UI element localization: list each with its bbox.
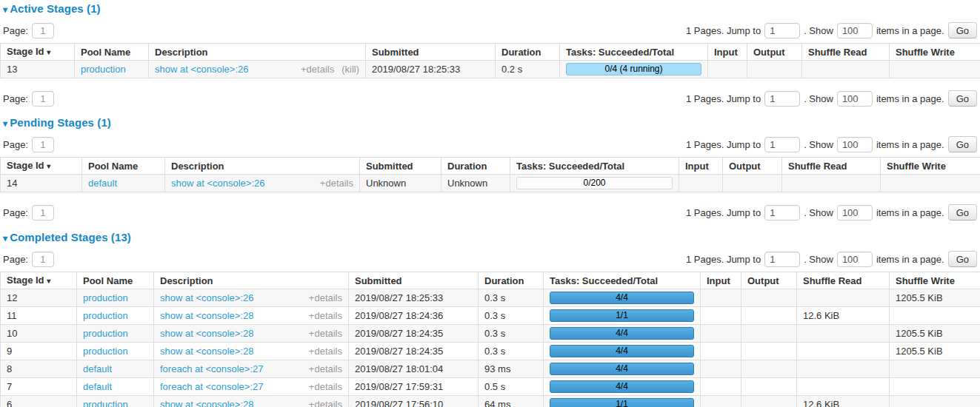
pending-stages-heading[interactable]: ▾Pending Stages (1) bbox=[3, 116, 980, 129]
show-count-input[interactable] bbox=[837, 205, 873, 221]
description-wrap: show at <console>:28+details bbox=[160, 346, 342, 357]
description-link[interactable]: foreach at <console>:27 bbox=[160, 381, 264, 392]
details-link[interactable]: +details bbox=[320, 178, 353, 189]
details-link[interactable]: +details bbox=[309, 363, 342, 374]
pool-name-link[interactable]: default bbox=[83, 363, 112, 374]
sort-desc-icon: ▾ bbox=[47, 48, 50, 56]
tasks-cell: 4/4 bbox=[544, 360, 701, 378]
section-title-text: Pending Stages (1) bbox=[10, 116, 111, 129]
show-count-input[interactable] bbox=[837, 91, 873, 107]
column-header-output[interactable]: Output bbox=[747, 44, 802, 61]
column-header-duration[interactable]: Duration bbox=[496, 44, 560, 61]
pool-name-link[interactable]: production bbox=[81, 64, 126, 75]
column-header-tasks-succeeded-total[interactable]: Tasks: Succeeded/Total bbox=[560, 44, 708, 61]
description-link[interactable]: show at <console>:28 bbox=[160, 328, 253, 339]
pool-name-link[interactable]: default bbox=[88, 178, 117, 189]
column-header-input[interactable]: Input bbox=[708, 44, 747, 61]
column-header-input[interactable]: Input bbox=[679, 158, 723, 175]
shuffle-read-cell bbox=[797, 378, 890, 396]
pool-name-link[interactable]: production bbox=[83, 292, 128, 303]
column-header-description[interactable]: Description bbox=[165, 158, 360, 175]
jump-to-input[interactable] bbox=[764, 252, 800, 267]
details-link[interactable]: +details bbox=[309, 381, 342, 392]
details-link[interactable]: +details bbox=[309, 310, 342, 321]
duration-cell: 0.3 s bbox=[479, 289, 544, 307]
pool-name-link[interactable]: production bbox=[83, 346, 128, 357]
show-count-input[interactable] bbox=[837, 23, 873, 38]
column-header-shuffle-write[interactable]: Shuffle Write bbox=[881, 158, 980, 175]
column-header-stage-id[interactable]: Stage Id ▾ bbox=[1, 44, 75, 61]
description-link[interactable]: show at <console>:28 bbox=[160, 310, 253, 321]
jump-to-input[interactable] bbox=[764, 205, 800, 221]
column-header-duration[interactable]: Duration bbox=[441, 158, 510, 175]
page-number-input[interactable] bbox=[32, 137, 54, 152]
column-header-stage-id[interactable]: Stage Id ▾ bbox=[1, 158, 82, 175]
column-header-tasks-succeeded-total[interactable]: Tasks: Succeeded/Total bbox=[544, 272, 701, 289]
column-header-pool-name[interactable]: Pool Name bbox=[82, 158, 165, 175]
description-cell: show at <console>:26+details(kill) bbox=[149, 61, 366, 78]
page-number-input[interactable] bbox=[32, 23, 54, 38]
jump-to-input[interactable] bbox=[764, 23, 800, 38]
details-link[interactable]: +details bbox=[309, 292, 342, 303]
description-link[interactable]: show at <console>:26 bbox=[171, 178, 264, 189]
jump-to-input[interactable] bbox=[764, 137, 800, 152]
column-header-shuffle-read[interactable]: Shuffle Read bbox=[802, 44, 890, 61]
go-button[interactable]: Go bbox=[948, 22, 977, 38]
go-button[interactable]: Go bbox=[948, 204, 977, 221]
output-cell bbox=[741, 325, 797, 343]
column-header-description[interactable]: Description bbox=[149, 44, 366, 61]
go-button[interactable]: Go bbox=[948, 90, 977, 107]
details-link[interactable]: +details bbox=[309, 328, 342, 339]
column-header-shuffle-read[interactable]: Shuffle Read bbox=[782, 158, 881, 175]
description-wrap: show at <console>:28+details bbox=[160, 399, 342, 407]
pool-name-link[interactable]: default bbox=[83, 381, 112, 392]
duration-cell: 64 ms bbox=[479, 396, 544, 407]
description-link[interactable]: show at <console>:26 bbox=[160, 292, 253, 303]
go-button[interactable]: Go bbox=[948, 251, 977, 267]
column-header-output[interactable]: Output bbox=[741, 272, 797, 289]
column-header-submitted[interactable]: Submitted bbox=[349, 272, 479, 289]
page-number-input[interactable] bbox=[32, 205, 54, 221]
kill-link[interactable]: (kill) bbox=[341, 64, 359, 75]
pool-name-link[interactable]: production bbox=[83, 328, 128, 339]
page-number-input[interactable] bbox=[32, 252, 54, 267]
description-link[interactable]: foreach at <console>:27 bbox=[160, 363, 264, 374]
details-link[interactable]: +details bbox=[309, 346, 342, 357]
column-header-shuffle-write[interactable]: Shuffle Write bbox=[890, 44, 980, 61]
column-header-duration[interactable]: Duration bbox=[479, 272, 544, 289]
description-cell: show at <console>:28+details bbox=[154, 396, 349, 407]
completed-stages-heading[interactable]: ▾Completed Stages (13) bbox=[3, 231, 980, 243]
details-link[interactable]: +details bbox=[301, 64, 334, 75]
active-stages-heading[interactable]: ▾Active Stages (1) bbox=[3, 0, 980, 15]
column-header-tasks-succeeded-total[interactable]: Tasks: Succeeded/Total bbox=[510, 158, 679, 175]
column-header-shuffle-read[interactable]: Shuffle Read bbox=[797, 272, 890, 289]
jump-to-input[interactable] bbox=[764, 91, 800, 107]
description-link[interactable]: show at <console>:28 bbox=[160, 346, 253, 357]
shuffle-read-cell bbox=[797, 325, 890, 343]
column-header-output[interactable]: Output bbox=[723, 158, 782, 175]
show-text: . Show bbox=[804, 93, 833, 104]
column-header-shuffle-write[interactable]: Shuffle Write bbox=[890, 272, 980, 289]
column-header-input[interactable]: Input bbox=[701, 272, 741, 289]
page-number-input[interactable] bbox=[32, 91, 54, 107]
show-count-input[interactable] bbox=[837, 252, 873, 267]
shuffle-write-cell bbox=[881, 175, 980, 192]
description-link[interactable]: show at <console>:26 bbox=[155, 64, 248, 75]
column-header-pool-name[interactable]: Pool Name bbox=[77, 272, 154, 289]
details-link[interactable]: +details bbox=[309, 399, 342, 407]
pool-name-link[interactable]: production bbox=[83, 399, 128, 407]
description-link[interactable]: show at <console>:28 bbox=[160, 399, 253, 407]
column-header-pool-name[interactable]: Pool Name bbox=[75, 44, 149, 61]
pool-name-link[interactable]: production bbox=[83, 310, 128, 321]
tasks-cell: 4/4 bbox=[544, 325, 701, 343]
show-count-input[interactable] bbox=[837, 137, 873, 152]
go-button[interactable]: Go bbox=[948, 136, 977, 152]
table-row: 6productionshow at <console>:28+details2… bbox=[1, 396, 980, 407]
stage-id-cell: 9 bbox=[1, 343, 77, 360]
column-header-description[interactable]: Description bbox=[154, 272, 349, 289]
column-header-submitted[interactable]: Submitted bbox=[366, 44, 496, 61]
column-header-submitted[interactable]: Submitted bbox=[360, 158, 441, 175]
column-header-stage-id[interactable]: Stage Id ▾ bbox=[1, 272, 77, 289]
description-cell: foreach at <console>:27+details bbox=[154, 378, 349, 396]
description-wrap: show at <console>:26+details bbox=[160, 292, 342, 303]
